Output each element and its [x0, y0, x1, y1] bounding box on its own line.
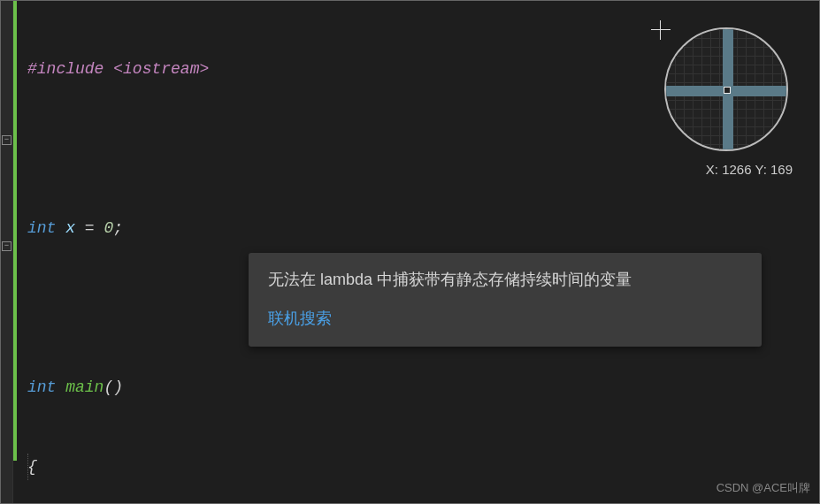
fold-button[interactable]: − [2, 135, 11, 145]
pixel-magnifier [664, 27, 788, 151]
watermark: CSDN @ACE叫牌 [717, 480, 810, 496]
error-tooltip: 无法在 lambda 中捕获带有静态存储持续时间的变量 联机搜索 [249, 253, 762, 347]
code-line[interactable]: int x = 0; [27, 215, 810, 241]
search-online-link[interactable]: 联机搜索 [268, 308, 742, 329]
editor-gutter: − − [1, 1, 13, 503]
fold-button[interactable]: − [2, 241, 11, 251]
change-indicator [13, 1, 17, 461]
magnifier-center [724, 87, 731, 94]
code-line[interactable]: { [27, 454, 810, 480]
code-line[interactable]: int main() [27, 374, 810, 401]
coordinate-readout: X: 1266 Y: 169 [706, 162, 793, 177]
error-message: 无法在 lambda 中捕获带有静态存储持续时间的变量 [268, 269, 742, 290]
